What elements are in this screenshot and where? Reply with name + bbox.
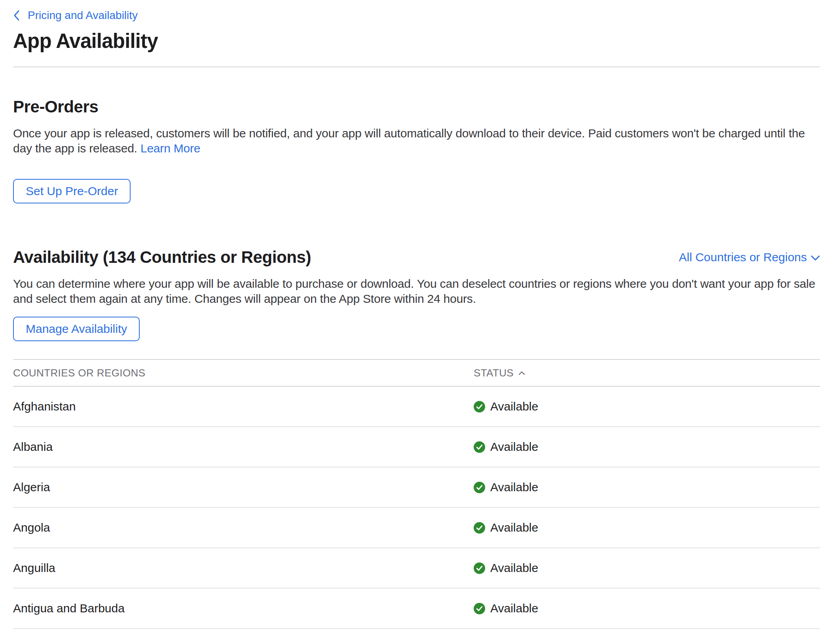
available-check-icon bbox=[474, 603, 485, 614]
status-cell: Available bbox=[474, 561, 820, 575]
status-cell: Available bbox=[474, 481, 820, 494]
status-label: Available bbox=[490, 481, 538, 494]
manage-availability-button[interactable]: Manage Availability bbox=[13, 317, 140, 341]
available-check-icon bbox=[474, 401, 485, 412]
chevron-down-icon bbox=[811, 254, 820, 261]
countries-filter-label: All Countries or Regions bbox=[679, 250, 807, 264]
availability-table: COUNTRIES OR REGIONS STATUS Afghanistan bbox=[13, 359, 820, 629]
status-label: Available bbox=[490, 400, 538, 413]
status-cell: Available bbox=[474, 400, 820, 413]
country-name: Albania bbox=[13, 440, 474, 454]
available-check-icon bbox=[474, 482, 485, 493]
country-name: Antigua and Barbuda bbox=[13, 602, 474, 615]
status-cell: Available bbox=[474, 521, 820, 534]
sort-ascending-icon bbox=[518, 371, 525, 375]
status-label: Available bbox=[490, 440, 538, 454]
country-name: Angola bbox=[13, 521, 474, 534]
availability-header: Availability (134 Countries or Regions) … bbox=[13, 247, 820, 268]
status-cell: Available bbox=[474, 440, 820, 454]
country-name: Anguilla bbox=[13, 561, 474, 575]
preorders-section: Pre-Orders Once your app is released, cu… bbox=[13, 97, 820, 203]
title-divider bbox=[13, 66, 820, 67]
available-check-icon bbox=[474, 522, 485, 534]
country-name: Afghanistan bbox=[13, 400, 474, 413]
chevron-left-icon bbox=[13, 10, 20, 21]
column-header-countries[interactable]: COUNTRIES OR REGIONS bbox=[13, 367, 474, 379]
countries-filter-dropdown[interactable]: All Countries or Regions bbox=[679, 250, 820, 264]
table-row: Angola Available bbox=[13, 508, 820, 548]
column-header-status[interactable]: STATUS bbox=[474, 367, 820, 379]
available-check-icon bbox=[474, 441, 485, 453]
breadcrumb-back-link[interactable]: Pricing and Availability bbox=[13, 9, 138, 22]
table-body: Afghanistan Available Albania Available bbox=[13, 387, 820, 629]
table-row: Anguilla Available bbox=[13, 548, 820, 589]
country-name: Algeria bbox=[13, 481, 474, 494]
status-label: Available bbox=[490, 602, 538, 615]
page-title: App Availability bbox=[13, 29, 820, 53]
availability-heading: Availability (134 Countries or Regions) bbox=[13, 247, 311, 268]
status-label: Available bbox=[490, 521, 538, 534]
table-row: Afghanistan Available bbox=[13, 387, 820, 427]
breadcrumb-label: Pricing and Availability bbox=[28, 9, 138, 22]
table-row: Algeria Available bbox=[13, 467, 820, 508]
table-row: Antigua and Barbuda Available bbox=[13, 589, 820, 629]
set-up-preorder-button[interactable]: Set Up Pre-Order bbox=[13, 179, 131, 203]
learn-more-link[interactable]: Learn More bbox=[140, 142, 200, 155]
status-cell: Available bbox=[474, 602, 820, 615]
status-label: Available bbox=[490, 561, 538, 575]
availability-description: You can determine where your app will be… bbox=[13, 276, 820, 306]
preorders-heading: Pre-Orders bbox=[13, 97, 820, 117]
app-availability-page: Pricing and Availability App Availabilit… bbox=[0, 0, 831, 629]
preorders-description: Once your app is released, customers wil… bbox=[13, 126, 820, 156]
available-check-icon bbox=[474, 562, 485, 574]
table-row: Albania Available bbox=[13, 427, 820, 467]
table-header-row: COUNTRIES OR REGIONS STATUS bbox=[13, 359, 820, 387]
availability-section: Availability (134 Countries or Regions) … bbox=[13, 247, 820, 629]
